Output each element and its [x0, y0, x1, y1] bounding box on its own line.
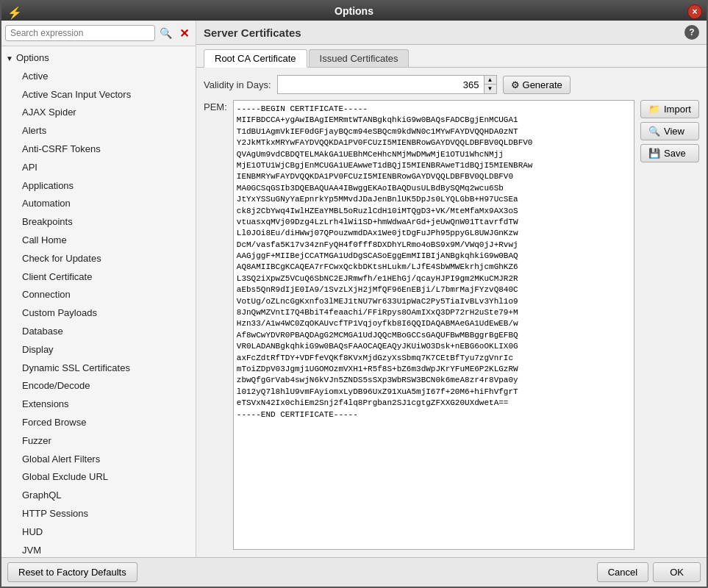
tab-root-ca[interactable]: Root CA Certificate	[204, 49, 307, 68]
validity-row: Validity in Days: ▲ ▼ ⚙ Generate	[204, 75, 699, 94]
sidebar-item-call-home[interactable]: Call Home	[1, 232, 196, 250]
sidebar-item-encode-decode[interactable]: Encode/Decode	[1, 377, 196, 395]
titlebar: ⚡ Options ×	[1, 1, 707, 21]
sidebar-item-extensions[interactable]: Extensions	[1, 395, 196, 414]
search-bar: 🔍 ✕	[1, 21, 196, 46]
view-button[interactable]: 🔍 View	[640, 122, 699, 140]
reset-button[interactable]: Reset to Factory Defaults	[7, 562, 137, 582]
pem-section: PEM: 📁 Import 🔍 View 💾 Sav	[204, 100, 699, 550]
close-button[interactable]: ×	[687, 4, 702, 19]
right-panel: Server Certificates ? Root CA Certificat…	[196, 21, 707, 557]
cancel-button[interactable]: Cancel	[597, 562, 648, 582]
pem-buttons: 📁 Import 🔍 View 💾 Save	[640, 100, 699, 550]
generate-button[interactable]: ⚙ Generate	[503, 76, 571, 94]
view-icon: 🔍	[648, 126, 660, 137]
window-title: Options	[335, 5, 373, 17]
sidebar-item-dynamic-ssl-certificates[interactable]: Dynamic SSL Certificates	[1, 359, 196, 378]
validity-input[interactable]	[278, 78, 484, 92]
left-panel: 🔍 ✕ ▼Options Active Active Scan Input Ve…	[1, 21, 196, 557]
panel-title: Server Certificates	[204, 26, 301, 39]
sidebar-item-custom-payloads[interactable]: Custom Payloads	[1, 304, 196, 323]
sidebar-item-global-alert-filters[interactable]: Global Alert Filters	[1, 451, 196, 469]
save-icon: 💾	[648, 148, 660, 159]
sidebar-item-hud[interactable]: HUD	[1, 523, 196, 542]
tree-area: ▼Options Active Active Scan Input Vector…	[1, 46, 196, 557]
sidebar-item-api[interactable]: API	[1, 159, 196, 177]
sidebar-item-breakpoints[interactable]: Breakpoints	[1, 213, 196, 232]
ok-button[interactable]: OK	[653, 562, 701, 582]
content-area: 🔍 ✕ ▼Options Active Active Scan Input Ve…	[1, 21, 707, 557]
sidebar-item-active-scan-input-vectors[interactable]: Active Scan Input Vectors	[1, 86, 196, 104]
tab-issued-certificates[interactable]: Issued Certificates	[309, 49, 410, 67]
bottom-bar: Reset to Factory Defaults Cancel OK	[1, 557, 707, 587]
save-button[interactable]: 💾 Save	[640, 144, 699, 162]
search-button[interactable]: 🔍	[157, 25, 174, 41]
generate-icon: ⚙	[511, 79, 520, 90]
validity-label: Validity in Days:	[204, 79, 271, 90]
search-input[interactable]	[5, 25, 155, 41]
sidebar-item-forced-browse[interactable]: Forced Browse	[1, 414, 196, 432]
import-icon: 📁	[648, 104, 660, 115]
spinner-buttons: ▲ ▼	[484, 76, 496, 93]
tabs-row: Root CA Certificate Issued Certificates	[196, 45, 707, 68]
sidebar-item-display[interactable]: Display	[1, 341, 196, 359]
sidebar-item-http-sessions[interactable]: HTTP Sessions	[1, 505, 196, 523]
sidebar-item-jvm[interactable]: JVM	[1, 542, 196, 557]
sidebar-item-applications[interactable]: Applications	[1, 177, 196, 196]
clear-search-button[interactable]: ✕	[176, 25, 192, 41]
sidebar-item-check-for-updates[interactable]: Check for Updates	[1, 250, 196, 268]
sidebar-item-fuzzer[interactable]: Fuzzer	[1, 432, 196, 451]
bottom-right-buttons: Cancel OK	[597, 562, 701, 582]
sidebar-item-anti-csrf-tokens[interactable]: Anti-CSRF Tokens	[1, 140, 196, 159]
spinner-up-button[interactable]: ▲	[484, 76, 496, 85]
validity-input-wrap: ▲ ▼	[277, 75, 497, 94]
sidebar-item-graphql[interactable]: GraphQL	[1, 487, 196, 505]
sidebar-item-client-certificate[interactable]: Client Certificate	[1, 268, 196, 287]
cert-content: Validity in Days: ▲ ▼ ⚙ Generate PEM:	[196, 68, 707, 557]
sidebar-item-database[interactable]: Database	[1, 323, 196, 341]
help-button[interactable]: ?	[684, 25, 699, 40]
right-header: Server Certificates ?	[196, 21, 707, 45]
pem-label: PEM:	[204, 100, 227, 550]
pem-textarea[interactable]	[233, 100, 634, 550]
options-window: ⚡ Options × 🔍 ✕ ▼Options Active Active S…	[0, 0, 708, 588]
sidebar-item-ajax-spider[interactable]: AJAX Spider	[1, 104, 196, 122]
sidebar-item-global-exclude-url[interactable]: Global Exclude URL	[1, 468, 196, 487]
sidebar-item-connection[interactable]: Connection	[1, 286, 196, 304]
sidebar-item-alerts[interactable]: Alerts	[1, 122, 196, 140]
zap-icon: ⚡	[7, 6, 22, 20]
sidebar-item-automation[interactable]: Automation	[1, 195, 196, 213]
import-button[interactable]: 📁 Import	[640, 100, 699, 118]
expand-arrow: ▼	[6, 53, 13, 65]
spinner-down-button[interactable]: ▼	[484, 85, 496, 93]
tree-root[interactable]: ▼Options	[1, 49, 196, 68]
sidebar-item-active[interactable]: Active	[1, 68, 196, 86]
